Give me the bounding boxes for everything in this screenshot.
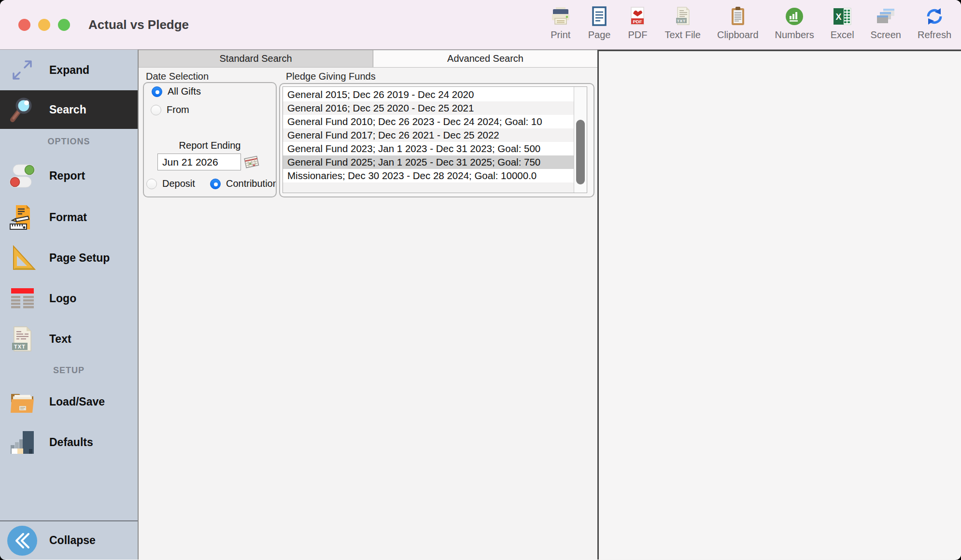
open-folder-icon <box>7 388 38 415</box>
screen-button[interactable]: Screen <box>871 4 901 40</box>
sidebar-item-label: Defaults <box>49 436 93 449</box>
pdf-icon: PDF <box>627 4 648 27</box>
numbers-chart-icon <box>784 4 805 27</box>
magnifier-icon <box>7 96 38 123</box>
fund-row-empty <box>283 182 574 193</box>
funds-rows: General 2015; Dec 26 2019 - Dec 24 2020 … <box>283 88 574 193</box>
contribution-radio[interactable] <box>210 179 221 189</box>
app-window: Actual vs Pledge Print <box>0 0 961 560</box>
fund-row[interactable]: General 2016; Dec 25 2020 - Dec 25 2021 <box>283 101 574 115</box>
sidebar-item-label: Collapse <box>49 534 96 547</box>
sidebar-item-logo[interactable]: Logo <box>0 278 138 319</box>
fund-row[interactable]: General 2015; Dec 26 2019 - Dec 24 2020 <box>283 88 574 101</box>
collapse-circle-icon <box>7 525 38 556</box>
sidebar-item-label: Report <box>49 169 85 182</box>
screen-windows-icon <box>875 4 896 27</box>
sidebar-section-options: OPTIONS <box>0 129 138 154</box>
from-option: From <box>151 104 189 115</box>
text-file-icon: TXT <box>672 4 693 27</box>
refresh-icon <box>924 4 945 27</box>
fund-row[interactable]: General Fund 2010; Dec 26 2023 - Dec 24 … <box>283 115 574 128</box>
date-selection-label: Date Selection <box>146 71 209 82</box>
fund-row[interactable]: Missionaries; Dec 30 2023 - Dec 28 2024;… <box>283 169 574 182</box>
page-button[interactable]: Page <box>588 4 611 40</box>
excel-icon: X <box>832 4 853 27</box>
tab-standard-search[interactable]: Standard Search <box>139 50 373 67</box>
svg-text:X: X <box>836 12 842 22</box>
tab-advanced-search[interactable]: Advanced Search <box>373 50 597 67</box>
sidebar-item-label: Logo <box>49 292 76 305</box>
deposit-option: Deposit <box>146 178 195 189</box>
contribution-label: Contribution <box>226 178 277 189</box>
sidebar-item-label: Expand <box>49 64 89 77</box>
svg-text:TXT: TXT <box>14 344 26 350</box>
sidebar-item-load-save[interactable]: Load/Save <box>0 381 138 422</box>
pdf-button[interactable]: PDF PDF <box>627 4 648 40</box>
pledge-giving-funds-label: Pledge Giving Funds <box>286 71 376 82</box>
report-preview-panel <box>597 50 961 560</box>
from-label: From <box>167 104 189 115</box>
clipboard-button[interactable]: Clipboard <box>717 4 759 40</box>
report-ending-label: Report Ending <box>144 140 276 151</box>
numbers-button[interactable]: Numbers <box>775 4 814 40</box>
toolbar-label: Refresh <box>918 29 951 40</box>
sidebar-item-defaults[interactable]: Defaults <box>0 422 138 462</box>
print-button[interactable]: Print <box>550 4 572 40</box>
pledge-giving-funds-group: General 2015; Dec 26 2019 - Dec 24 2020 … <box>279 83 594 197</box>
titlebar: Actual vs Pledge Print <box>0 0 961 50</box>
refresh-button[interactable]: Refresh <box>918 4 951 40</box>
set-square-icon <box>7 244 38 271</box>
sidebar-item-report[interactable]: Report <box>0 154 138 197</box>
format-document-icon <box>7 204 38 231</box>
sidebar: Expand Search OPTIONS <box>0 50 139 560</box>
fund-row[interactable]: General Fund 2017; Dec 26 2021 - Dec 25 … <box>283 128 574 142</box>
sidebar-item-page-setup[interactable]: Page Setup <box>0 238 138 278</box>
letterhead-icon <box>7 285 38 312</box>
funds-list: General 2015; Dec 26 2019 - Dec 24 2020 … <box>283 86 587 193</box>
sidebar-item-format[interactable]: Format <box>0 197 138 238</box>
page-icon <box>589 4 610 27</box>
deposit-label: Deposit <box>162 178 195 189</box>
all-gifts-radio[interactable] <box>152 86 162 97</box>
funds-scrollbar-thumb[interactable] <box>576 120 585 184</box>
sidebar-item-collapse[interactable]: Collapse <box>0 520 138 560</box>
report-ending-field[interactable]: Jun 21 2026 <box>157 154 241 170</box>
close-button[interactable] <box>18 19 30 31</box>
fund-row-selected[interactable]: General Fund 2025; Jan 1 2025 - Dec 31 2… <box>283 155 574 169</box>
toolbar-label: Numbers <box>775 29 814 40</box>
fund-row[interactable]: General Fund 2023; Jan 1 2023 - Dec 31 2… <box>283 142 574 155</box>
funds-scrollbar-track[interactable] <box>574 87 587 193</box>
zoom-button[interactable] <box>58 19 70 31</box>
contribution-option: Contribution <box>210 178 277 189</box>
window-body: Expand Search OPTIONS <box>0 50 961 560</box>
calendar-picker-button[interactable] <box>243 155 260 171</box>
sidebar-item-label: Page Setup <box>49 252 110 265</box>
sidebar-item-label: Load/Save <box>49 395 105 408</box>
toolbar-label: Print <box>551 29 570 40</box>
calendar-icon <box>243 164 260 171</box>
minimize-button[interactable] <box>38 19 50 31</box>
factory-icon <box>7 429 38 456</box>
svg-text:TXT: TXT <box>677 19 686 23</box>
all-gifts-label: All Gifts <box>168 86 201 97</box>
window-title: Actual vs Pledge <box>88 0 189 50</box>
toolbar-label: Text File <box>664 29 700 40</box>
sidebar-item-label: Format <box>49 211 87 224</box>
sidebar-item-search[interactable]: Search <box>0 90 138 129</box>
toolbar-label: PDF <box>628 29 647 40</box>
sidebar-item-label: Search <box>49 103 86 116</box>
toolbar-label: Page <box>588 29 611 40</box>
expand-arrows-icon <box>7 56 38 84</box>
text-file-button[interactable]: TXT Text File <box>664 4 700 40</box>
main-pane: Standard Search Advanced Search Date Sel… <box>139 50 597 560</box>
traffic-lights <box>18 19 70 31</box>
sidebar-item-text[interactable]: TXT Text <box>0 319 138 359</box>
toolbar-label: Screen <box>871 29 901 40</box>
clipboard-icon <box>727 4 749 27</box>
sidebar-item-expand[interactable]: Expand <box>0 50 138 90</box>
excel-button[interactable]: X Excel <box>831 4 854 40</box>
deposit-radio[interactable] <box>146 179 157 189</box>
svg-text:PDF: PDF <box>633 19 642 24</box>
from-radio[interactable] <box>151 105 161 115</box>
all-gifts-option: All Gifts <box>152 86 201 97</box>
